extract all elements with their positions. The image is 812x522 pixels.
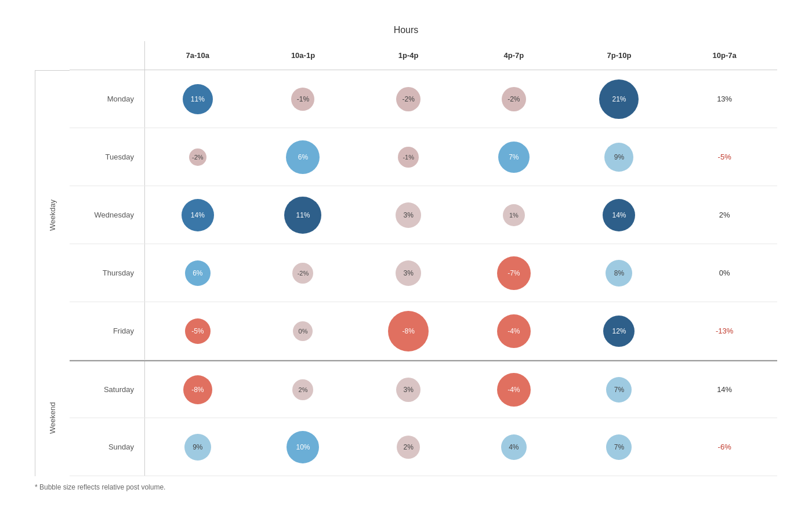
col-header-7a10a: 7a-10a <box>145 41 251 70</box>
cell-tuesday-col1: 6% <box>251 128 356 186</box>
row-label-saturday: Saturday <box>70 361 145 418</box>
cell-wednesday-col1: 11% <box>251 186 356 244</box>
data-row-monday: Monday11%-1%-2%-2%21%13% <box>70 70 777 128</box>
weekend-group-label: Weekend <box>35 360 70 476</box>
col-header-10p7a: 10p-7a <box>672 41 777 70</box>
cell-thursday-col3: -7% <box>461 244 567 302</box>
bubble: -5% <box>185 318 211 344</box>
cell-wednesday-col2: 3% <box>356 186 461 244</box>
bubble: 6% <box>286 140 320 174</box>
cell-text: -5% <box>718 153 731 161</box>
cell-sunday-col4: 7% <box>567 418 672 476</box>
bubble: -1% <box>398 147 419 168</box>
label-spacer <box>35 41 70 70</box>
grid-wrap: Weekday Weekend 7a-10a10a-1p1p-4p4p-7p7p… <box>35 41 777 476</box>
cell-tuesday-col3: 7% <box>461 128 567 186</box>
bubble: 11% <box>183 84 213 114</box>
cell-thursday-col0: 6% <box>145 244 251 302</box>
data-row-tuesday: Tuesday-2%6%-1%7%9%-5% <box>70 128 777 186</box>
bubble: -4% <box>497 314 531 348</box>
bubble: 0% <box>293 321 313 341</box>
data-row-friday: Friday-5%0%-8%-4%12%-13% <box>70 302 777 360</box>
bubble: 14% <box>182 199 214 231</box>
cell-tuesday-col2: -1% <box>356 128 461 186</box>
cell-saturday-col0: -8% <box>145 361 251 418</box>
footnote: * Bubble size reflects relative post vol… <box>35 483 777 491</box>
row-label-wednesday: Wednesday <box>70 186 145 244</box>
bubble: 9% <box>184 434 211 461</box>
bubble: 9% <box>604 143 633 172</box>
cell-sunday-col5: -6% <box>672 418 777 476</box>
cell-monday-col2: -2% <box>356 70 461 128</box>
bubble: 3% <box>396 378 420 402</box>
bubble: -8% <box>388 311 429 351</box>
col-header-7p10p: 7p-10p <box>567 41 672 70</box>
cell-text: -6% <box>718 443 731 451</box>
bubble: 14% <box>603 199 635 231</box>
chart-title: Hours <box>35 25 777 35</box>
bubble: -8% <box>183 375 212 404</box>
cell-thursday-col4: 8% <box>567 244 672 302</box>
cell-monday-col4: 21% <box>567 70 672 128</box>
cell-text: 0% <box>719 269 730 277</box>
row-label-friday: Friday <box>70 302 145 360</box>
cell-friday-col1: 0% <box>251 302 356 360</box>
cell-sunday-col1: 10% <box>251 418 356 476</box>
data-grid: Monday11%-1%-2%-2%21%13%Tuesday-2%6%-1%7… <box>70 70 777 476</box>
bubble: 12% <box>603 316 635 347</box>
cell-sunday-col3: 4% <box>461 418 567 476</box>
col-header-10a1p: 10a-1p <box>251 41 356 70</box>
bubble: 8% <box>606 260 632 287</box>
bubble: -2% <box>292 263 313 284</box>
cell-monday-col3: -2% <box>461 70 567 128</box>
bubble: -2% <box>396 87 420 111</box>
cell-friday-col3: -4% <box>461 302 567 360</box>
bubble: 6% <box>185 260 211 286</box>
cell-thursday-col1: -2% <box>251 244 356 302</box>
weekday-group-label: Weekday <box>35 70 70 360</box>
row-labels-column: Weekday Weekend <box>35 41 70 476</box>
data-row-thursday: Thursday6%-2%3%-7%8%0% <box>70 244 777 302</box>
bubble: 3% <box>396 202 421 228</box>
bubble: 1% <box>503 204 525 226</box>
chart-container: Hours Weekday Weekend 7a-10a10a-1p1p-4p4… <box>17 13 795 509</box>
row-label-sunday: Sunday <box>70 418 145 476</box>
bubble: -7% <box>497 256 531 290</box>
cell-text: 14% <box>717 385 732 394</box>
data-row-saturday: Saturday-8%2%3%-4%7%14% <box>70 360 777 418</box>
cell-saturday-col3: -4% <box>461 361 567 418</box>
cell-sunday-col2: 2% <box>356 418 461 476</box>
cell-monday-col0: 11% <box>145 70 251 128</box>
data-row-sunday: Sunday9%10%2%4%7%-6% <box>70 418 777 476</box>
bubble: -4% <box>497 373 531 407</box>
bubble: 11% <box>284 197 321 234</box>
cell-text: -13% <box>716 327 733 335</box>
cell-friday-col2: -8% <box>356 302 461 360</box>
bubble: 3% <box>396 260 421 286</box>
col-header-4p7p: 4p-7p <box>461 41 567 70</box>
cell-tuesday-col5: -5% <box>672 128 777 186</box>
cell-monday-col1: -1% <box>251 70 356 128</box>
main-grid: 7a-10a10a-1p1p-4p4p-7p7p-10p10p-7a Monda… <box>70 41 777 476</box>
bubble: -2% <box>189 148 206 166</box>
col-header-1p4p: 1p-4p <box>356 41 461 70</box>
cell-text: 2% <box>719 211 730 219</box>
cell-thursday-col5: 0% <box>672 244 777 302</box>
cell-thursday-col2: 3% <box>356 244 461 302</box>
cell-tuesday-col4: 9% <box>567 128 672 186</box>
cell-sunday-col0: 9% <box>145 418 251 476</box>
empty-header <box>70 41 145 70</box>
cell-monday-col5: 13% <box>672 70 777 128</box>
cell-friday-col0: -5% <box>145 302 251 360</box>
data-row-wednesday: Wednesday14%11%3%1%14%2% <box>70 186 777 244</box>
row-label-tuesday: Tuesday <box>70 128 145 186</box>
row-label-monday: Monday <box>70 70 145 128</box>
cell-text: 13% <box>717 95 732 103</box>
cell-saturday-col4: 7% <box>567 361 672 418</box>
bubble: 7% <box>606 377 632 403</box>
bubble: 2% <box>292 379 313 400</box>
cell-saturday-col2: 3% <box>356 361 461 418</box>
cell-wednesday-col3: 1% <box>461 186 567 244</box>
bubble: 10% <box>287 431 319 463</box>
cell-wednesday-col0: 14% <box>145 186 251 244</box>
